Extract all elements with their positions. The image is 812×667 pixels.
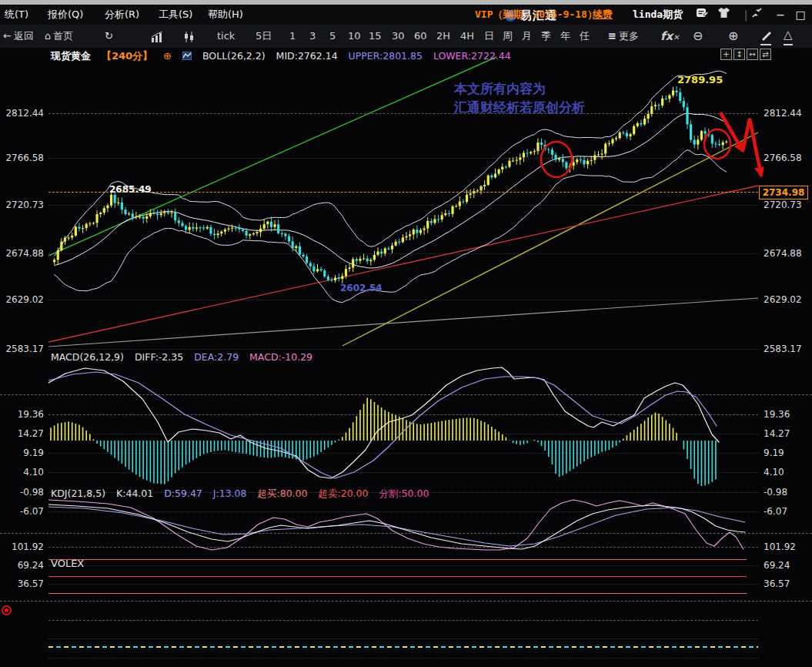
macd-layer	[48, 367, 719, 486]
current-price-tag: 2734.98	[759, 186, 808, 199]
kdj-axis-label: 101.92	[764, 541, 796, 552]
kdj-layer	[48, 500, 745, 550]
trading-app-window: 统(T) 报价(Q) 分析(R) 工具(S) 帮助(H) 易汇通 VIP（到期：…	[0, 0, 812, 667]
price-axis-label: 2812.44	[764, 108, 802, 119]
price-axis-label: 2720.73	[764, 199, 802, 210]
menu-analysis[interactable]: 分析(R)	[105, 5, 139, 25]
menu-system[interactable]: 统(T)	[5, 5, 28, 25]
chart-region: 2734.98 2812.44 2766.58 2720.73 2674.88 …	[0, 48, 812, 667]
price-axis-label: 2812.44	[0, 108, 44, 119]
tf-5[interactable]: 5	[329, 25, 336, 48]
tf-30[interactable]: 30	[392, 25, 405, 48]
kdj-axis-label: 36.57	[0, 578, 44, 589]
volex-pane-header: VOLEX	[51, 558, 92, 569]
fit-chart-icon[interactable]: ⇄	[760, 49, 771, 60]
macd-axis-label: 14.27	[764, 428, 790, 439]
tf-week[interactable]: 周	[503, 25, 513, 48]
tf-1[interactable]: 1	[289, 25, 296, 48]
tf-day[interactable]: 日	[484, 25, 494, 48]
gridline	[48, 620, 758, 621]
draw-pencil-button[interactable]	[760, 27, 771, 45]
username-label: linda期货	[633, 5, 683, 25]
menu-quotes[interactable]: 报价(Q)	[48, 5, 83, 25]
renew-link[interactable]: 续费	[593, 5, 613, 25]
kdj-oversold-line	[48, 593, 747, 594]
pane-separator	[0, 533, 812, 534]
tf-5day-button[interactable]: 5日	[256, 25, 272, 48]
kdj-overbought-line	[48, 559, 747, 560]
gridline	[48, 253, 758, 254]
gridline	[48, 349, 758, 350]
more-button[interactable]: ≡更多	[608, 25, 639, 48]
annotation-note-line2: 汇通财经析若原创分析	[454, 99, 585, 116]
gridline	[48, 113, 758, 114]
indicator-fx-button[interactable]: fx✕	[660, 25, 680, 48]
minimize-button[interactable]: −	[772, 7, 789, 22]
candle-chart-icon	[183, 32, 195, 42]
tf-2h[interactable]: 2H	[436, 25, 450, 48]
symbol-name: 现货黄金	[51, 50, 91, 62]
record-indicator-icon	[2, 605, 12, 615]
pencil-icon	[760, 30, 771, 41]
tf-year[interactable]: 年	[560, 25, 570, 48]
candle-chart-button[interactable]	[183, 25, 195, 48]
price-pane-header: 现货黄金 【240分】 ⊕ BOLL(26,2.2) MID:2762.14 U…	[51, 49, 519, 63]
tf-10[interactable]: 10	[348, 25, 361, 48]
tf-month[interactable]: 月	[522, 25, 532, 48]
zoom-out-button[interactable]: ⊖	[693, 25, 703, 48]
gridline	[48, 565, 758, 566]
tf-3[interactable]: 3	[309, 25, 316, 48]
axis-scale-h-icon[interactable]: ↔	[747, 49, 758, 60]
price-axis-label: 2674.88	[764, 248, 802, 259]
kdj-d-value: D:59.47	[164, 488, 202, 499]
axis-scale-v-icon[interactable]: ↕	[733, 49, 745, 60]
price-axis-label: 2629.02	[0, 294, 44, 305]
annotation-low-2602: 2602.54	[340, 283, 383, 293]
macd-diff-value: DIFF:-2.35	[135, 351, 183, 363]
bar-chart-button[interactable]	[151, 25, 163, 48]
tf-custom[interactable]: 任	[580, 25, 590, 48]
zoom-in-button[interactable]: ⊕	[728, 25, 738, 48]
pane-separator	[0, 394, 812, 395]
pane-separator	[0, 601, 812, 602]
add-indicator-icon[interactable]: ⊕	[163, 50, 172, 62]
price-axis-label: 2766.58	[0, 153, 44, 163]
period-label: 【240分】	[102, 50, 152, 62]
annotation-peak-2685: 2685.49	[109, 184, 152, 195]
annotation-peak-2789: 2789.95	[677, 74, 723, 85]
crosshair-tool-icon[interactable]: +	[720, 49, 732, 60]
tf-4h[interactable]: 4H	[460, 25, 474, 48]
tf-quarter[interactable]: 季	[541, 25, 551, 48]
kdj-j-value: J:13.08	[213, 488, 247, 499]
macd-axis-label: 9.19	[0, 447, 44, 458]
chart-canvas[interactable]	[48, 48, 764, 621]
price-axis-label: 2720.73	[0, 199, 44, 210]
macd-axis-label: -0.98	[0, 487, 44, 498]
shapes-button[interactable]: △	[784, 27, 793, 45]
kdj-label: KDJ(21,8,5)	[51, 488, 105, 499]
price-axis-label: 2583.17	[0, 344, 44, 354]
hamburger-icon: ≡	[608, 30, 617, 42]
back-button[interactable]: ←返回	[3, 25, 34, 48]
tf-60[interactable]: 60	[414, 25, 427, 48]
home-button[interactable]: ⌂首页	[45, 25, 73, 48]
kdj-split-line	[48, 576, 747, 577]
annotation-note-line1: 本文所有内容为	[454, 80, 546, 98]
feedback-icon[interactable]	[693, 7, 710, 22]
refresh-button[interactable]: ↻	[105, 25, 115, 48]
menu-help[interactable]: 帮助(H)	[208, 5, 243, 25]
kdj-axis-label: 36.57	[764, 578, 790, 589]
theme-skin-icon[interactable]	[715, 7, 732, 22]
gridline	[48, 453, 758, 454]
trendlines-layer	[48, 57, 758, 347]
menu-tools[interactable]: 工具(S)	[159, 5, 192, 25]
boll-upper-value: UPPER:2801.85	[349, 50, 423, 62]
macd-value: MACD:-10.29	[249, 351, 312, 363]
maximize-button[interactable]: □	[792, 7, 809, 22]
gridline	[48, 639, 758, 639]
tf-15[interactable]: 15	[369, 25, 382, 48]
tick-button[interactable]: tick	[217, 25, 235, 48]
kdj-pane-header: KDJ(21,8,5) K:44.01 D:59.47 J:13.08 超买:8…	[51, 488, 436, 501]
link-resize-icon[interactable]	[748, 7, 765, 22]
gridline	[48, 300, 758, 300]
